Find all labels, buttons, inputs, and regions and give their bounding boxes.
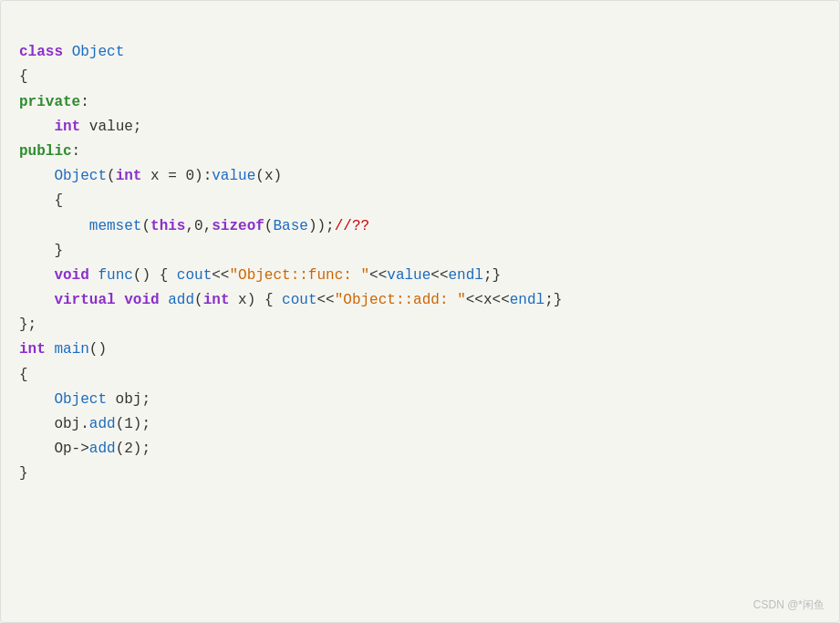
- line-18: }: [19, 465, 28, 482]
- line-11: virtual void add(int x) { cout<<"Object:…: [19, 292, 562, 308]
- line-4: int value;: [19, 119, 141, 135]
- line-3: private:: [19, 94, 89, 110]
- line-16: obj.add(1);: [19, 416, 150, 432]
- line-15: Object obj;: [19, 391, 150, 408]
- line-5: public:: [19, 143, 80, 160]
- line-12: };: [19, 317, 36, 333]
- line-2: {: [19, 68, 28, 85]
- line-7: {: [19, 192, 63, 209]
- line-13: int main(): [19, 341, 107, 358]
- line-1: class Object: [19, 44, 124, 60]
- code-window: class Object { private: int value; publi…: [0, 0, 840, 623]
- line-14: {: [19, 367, 28, 383]
- watermark: CSDN @*闲鱼: [753, 597, 824, 613]
- line-6: Object(int x = 0):value(x): [19, 168, 282, 184]
- line-8: memset(this,0,sizeof(Base));//??: [19, 218, 369, 234]
- line-9: }: [19, 243, 63, 259]
- code-content: class Object { private: int value; publi…: [19, 16, 821, 512]
- line-10: void func() { cout<<"Object::func: "<<va…: [19, 267, 501, 284]
- line-17: Op->add(2);: [19, 441, 150, 457]
